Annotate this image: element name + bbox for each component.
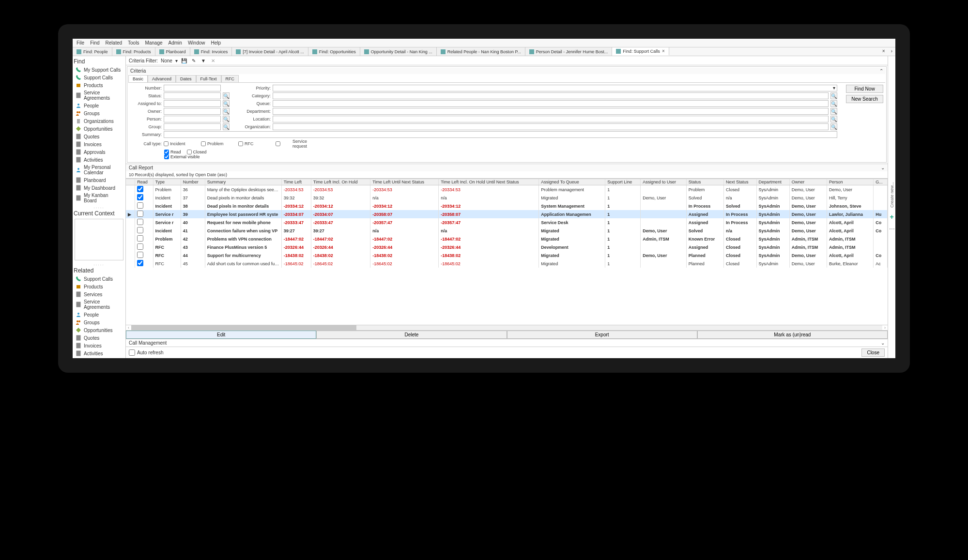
column-header[interactable]: Person [827,179,874,185]
criteria-input-right-4[interactable] [273,116,829,122]
related-item-products[interactable]: Products [74,283,124,290]
menu-file[interactable]: File [77,40,84,45]
checkbox-input[interactable] [201,141,206,146]
check-read[interactable]: Read [164,150,181,154]
menu-tools[interactable]: Tools [128,40,139,45]
table-row[interactable]: Incident38Dead pixels in monitor details… [126,202,888,210]
lookup-icon[interactable]: 🔍 [830,100,837,107]
column-header[interactable]: Status [686,179,723,185]
lookup-icon[interactable]: 🔍 [830,92,837,99]
menu-manage[interactable]: Manage [145,40,162,45]
column-header[interactable]: Number [181,179,205,185]
sidebar-item-my-dashboard[interactable]: My Dashboard [74,184,124,192]
column-header[interactable]: Department [756,179,789,185]
read-checkbox[interactable] [137,227,143,233]
column-header[interactable]: Assigned To Queue [539,179,605,185]
column-header[interactable]: Time Left [281,179,311,185]
check-external-visible[interactable]: External visible [164,154,200,159]
lookup-icon[interactable]: 🔍 [830,116,837,122]
column-header[interactable]: Time Left Incl. On Hold [311,179,370,185]
column-header[interactable]: Type [153,179,181,185]
close-button[interactable]: Close [861,348,885,357]
table-row[interactable]: Problem36Many of the Optiplex desktops s… [126,185,888,194]
menu-related[interactable]: Related [106,40,122,45]
delete-button[interactable]: Delete [316,331,507,339]
edit-button[interactable]: Edit [126,331,316,339]
table-row[interactable]: Incident41Connection failure when using … [126,227,888,235]
sidebar-item-my-personal-calendar[interactable]: My Personal Calendar [74,164,124,176]
tab-8[interactable]: Person Detail - Jennifer Hume Bost... [525,47,613,56]
criteria-input-5[interactable] [164,123,221,130]
close-icon[interactable]: × [662,48,665,54]
plus-icon[interactable]: + [890,213,893,221]
check-problem[interactable]: Problem [201,139,232,149]
sidebar-item-activities[interactable]: Activities [74,156,124,164]
related-item-services[interactable]: Services [74,290,124,298]
sidebar-item-people[interactable]: People [74,102,124,109]
criteria-tab-rfc[interactable]: RFC [221,75,239,82]
lookup-icon[interactable]: 🔍 [223,108,230,115]
related-item-activities[interactable]: Activities [74,349,124,357]
criteria-tab-full-text[interactable]: Full-Text [196,75,221,82]
column-header[interactable]: Time Left Until Next Status [370,179,439,185]
table-row[interactable]: Problem42Problems with VPN connection-18… [126,235,888,243]
ellipsis-icon[interactable]: ⋯ [889,226,895,232]
criteria-input-4[interactable] [164,116,221,122]
sidebar-item-service-agreements[interactable]: Service Agreements [74,89,124,102]
summary-input[interactable] [164,131,837,138]
table-row[interactable]: Service r40Request for new mobile phone-… [126,218,888,227]
find-now-button[interactable]: Find Now [846,85,883,93]
read-checkbox[interactable] [137,260,143,266]
menu-help[interactable]: Help [211,40,221,45]
tab-6[interactable]: Opportunity Detail - Nan King ... [360,47,437,56]
menu-find[interactable]: Find [90,40,99,45]
column-header[interactable]: Next Status [724,179,757,185]
criteria-input-2[interactable] [164,100,221,107]
column-header[interactable]: Time Left Incl. On Hold Until Next Statu… [439,179,539,185]
tab-2[interactable]: Planboard [155,47,190,56]
lookup-icon[interactable]: 🔍 [223,123,230,130]
sidebar-item-my-support-calls[interactable]: My Support Calls [74,66,124,74]
checkbox-input[interactable] [276,141,280,146]
checkbox-input[interactable] [164,154,169,159]
sidebar-item-support-calls[interactable]: Support Calls [74,74,124,81]
checkbox-input[interactable] [187,150,192,154]
column-header[interactable]: Summary [205,179,281,185]
check-service-request[interactable]: Service request [276,139,307,149]
criteria-tab-dates[interactable]: Dates [176,75,196,82]
priority-select[interactable]: ▾ [273,85,837,91]
read-checkbox[interactable] [137,202,143,209]
save-filter-icon[interactable]: 💾 [181,57,187,64]
criteria-input-right-5[interactable] [273,123,829,130]
edit-filter-icon[interactable]: ✎ [190,57,197,64]
tab-7[interactable]: Related People - Nan King Boston P... [437,47,525,56]
sidebar-item-invoices[interactable]: Invoices [74,140,124,148]
read-checkbox[interactable] [137,211,143,217]
funnel-icon[interactable]: ▼ [200,57,207,64]
check-rfc[interactable]: RFC [238,139,270,149]
table-row[interactable]: Incident37Dead pixels in monitor details… [126,194,888,202]
table-row[interactable]: RFC45Add short cuts for common used func… [126,259,888,268]
related-item-service-agreements[interactable]: Service Agreements [74,298,124,311]
checkbox-input[interactable] [238,141,243,146]
collapse-icon[interactable]: ⌄ [881,340,885,346]
read-checkbox[interactable] [137,252,143,258]
column-header[interactable] [126,179,135,185]
criteria-tab-advanced[interactable]: Advanced [148,75,176,82]
sidebar-item-organizations[interactable]: Organizations [74,117,124,125]
sidebar-item-products[interactable]: Products [74,81,124,89]
lookup-icon[interactable]: 🔍 [223,92,230,99]
check-incident[interactable]: Incident [164,139,195,149]
column-header[interactable]: Read [135,179,153,185]
menu-window[interactable]: Window [188,40,205,45]
related-item-quotes[interactable]: Quotes [74,334,124,342]
check-closed[interactable]: Closed [187,150,207,154]
criteria-input-3[interactable] [164,108,221,115]
collapse-icon[interactable]: ⌃ [879,68,883,74]
sidebar-item-opportunities[interactable]: Opportunities [74,125,124,133]
dropdown-icon[interactable]: ▾ [175,58,178,63]
mark-unread-button[interactable]: Mark as (un)read [697,331,888,339]
criteria-input-right-2[interactable] [273,100,829,107]
criteria-input-right-3[interactable] [273,108,829,115]
column-header[interactable]: G... [874,179,888,185]
